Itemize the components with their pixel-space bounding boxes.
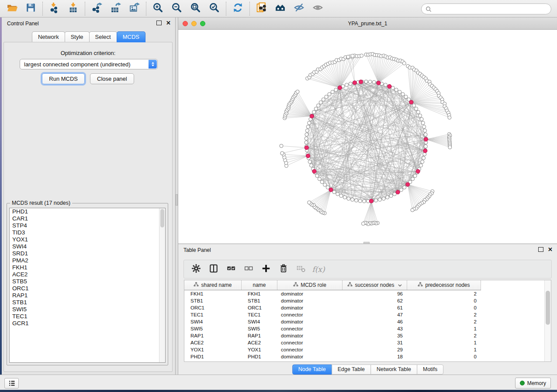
refresh-button[interactable] <box>228 1 247 17</box>
close-panel-icon[interactable]: ✕ <box>166 21 171 25</box>
import-network-button[interactable] <box>45 1 64 17</box>
table-row[interactable]: STB1STB1dominator620 <box>184 297 545 304</box>
add-column-icon <box>261 264 271 275</box>
cell-successor-nodes: 47 <box>343 312 407 317</box>
mcds-result-item[interactable]: FKH1 <box>10 264 165 271</box>
save-session-button[interactable] <box>21 1 40 17</box>
mcds-result-item[interactable]: TID3 <box>10 229 165 236</box>
column-header-shared-name[interactable]: shared name <box>184 280 242 290</box>
cell-shared-name: ORC1 <box>184 305 242 310</box>
optimization-criterion-select[interactable]: largest connected component (undirected) <box>20 59 158 69</box>
run-mcds-button[interactable]: Run MCDS <box>42 73 85 84</box>
network-file-button[interactable] <box>252 1 271 17</box>
control-panel-titlebar: Control Panel ✕ <box>2 17 175 30</box>
import-table-button[interactable] <box>64 1 83 17</box>
sitemap-icon <box>293 282 298 288</box>
cell-successor-nodes: 31 <box>343 340 407 345</box>
gear-button[interactable] <box>188 262 204 277</box>
table-row[interactable]: SWI4SWI4dominator462 <box>184 318 545 325</box>
mcds-result-list[interactable]: PHD1CAR1STP4TID3YOX1SWI4SRD1PMA2FKH1ACE2… <box>9 208 166 363</box>
toolbar-separator <box>249 2 250 16</box>
cell-successor-nodes: 35 <box>343 333 407 338</box>
search-box[interactable] <box>421 3 551 14</box>
float-panel-icon[interactable] <box>156 21 162 25</box>
table-row[interactable]: SWI5SWI5connector431 <box>184 325 545 332</box>
export-table-button[interactable] <box>106 1 125 17</box>
deselect-all-button[interactable] <box>241 262 256 277</box>
zoom-in-button[interactable] <box>149 1 167 17</box>
cell-MCDS-role: dominator <box>277 298 343 303</box>
mcds-result-item[interactable]: RAP1 <box>10 292 165 299</box>
float-table-panel-icon[interactable] <box>538 247 543 252</box>
column-view-button[interactable] <box>206 262 221 277</box>
table-row[interactable]: ORC1ORC1dominator610 <box>184 304 545 311</box>
table-row[interactable]: FKH1FKH1dominator962 <box>184 290 545 297</box>
mcds-result-item[interactable]: STB5 <box>10 278 165 285</box>
mcds-result-item[interactable]: SWI5 <box>10 306 165 313</box>
table-row[interactable]: RAP1RAP1dominator352 <box>184 332 545 339</box>
column-header-successor-nodes[interactable]: successor nodes <box>343 280 407 290</box>
mcds-result-item[interactable]: PHD1 <box>10 208 165 215</box>
close-panel-button[interactable]: Close panel <box>90 73 134 84</box>
table-scrollbar-thumb[interactable] <box>546 291 550 325</box>
mcds-result-item[interactable]: GCR1 <box>10 320 165 327</box>
binoculars-button[interactable] <box>271 1 290 17</box>
cell-name: RAP1 <box>242 333 277 338</box>
select-all-button[interactable] <box>223 262 239 277</box>
mcds-result-item[interactable]: TEC1 <box>10 313 165 320</box>
cell-successor-nodes: 29 <box>343 347 407 352</box>
table-row[interactable]: PHD1PHD1dominator180 <box>184 353 545 360</box>
zoom-selected-button[interactable] <box>205 1 224 17</box>
mcds-result-item[interactable]: ORC1 <box>10 285 165 292</box>
zoom-fit-button[interactable] <box>186 1 205 17</box>
tab-network-table[interactable]: Network Table <box>370 364 417 375</box>
eye-slash-button[interactable] <box>290 1 308 17</box>
search-input[interactable] <box>432 6 547 13</box>
task-history-button[interactable] <box>4 378 19 389</box>
table-row[interactable]: TEC1TEC1connector472 <box>184 311 545 318</box>
tab-edge-table[interactable]: Edge Table <box>332 364 371 375</box>
cell-shared-name: PHD1 <box>184 354 242 359</box>
zoom-out-button[interactable] <box>167 1 186 17</box>
export-network-button[interactable] <box>87 1 106 17</box>
vertical-splitter[interactable] <box>175 17 178 375</box>
delete-column-button[interactable] <box>276 262 291 277</box>
column-header-MCDS-role[interactable]: MCDS role <box>277 280 343 290</box>
mcds-result-item[interactable]: STP4 <box>10 222 165 229</box>
tab-select[interactable]: Select <box>89 31 117 42</box>
mcds-result-item[interactable]: PMA2 <box>10 257 165 264</box>
toolbar-separator <box>226 2 226 16</box>
export-image-button[interactable] <box>125 1 144 17</box>
mcds-result-item[interactable]: ACE2 <box>10 271 165 278</box>
eye-button[interactable] <box>308 1 327 17</box>
open-session-button[interactable] <box>3 1 21 17</box>
table-row[interactable]: YOX1YOX1connector291 <box>184 346 545 353</box>
memory-button[interactable]: Memory <box>515 378 551 389</box>
table-row[interactable]: ACE2ACE2connector311 <box>184 339 545 346</box>
cell-name: TEC1 <box>242 312 277 317</box>
zoom-selected-icon <box>208 2 220 15</box>
table-scrollbar[interactable] <box>544 280 551 361</box>
table-tabs: Node TableEdge TableNetwork TableMotifs <box>292 364 443 375</box>
select-stepper-icon <box>149 60 157 69</box>
tab-network[interactable]: Network <box>32 31 65 42</box>
mcds-result-item[interactable]: CAR1 <box>10 215 165 222</box>
mcds-result-item[interactable]: STB1 <box>10 299 165 306</box>
network-canvas[interactable] <box>178 30 557 244</box>
export-table-icon <box>110 2 121 15</box>
close-table-panel-icon[interactable]: ✕ <box>548 248 553 252</box>
mcds-result-item[interactable]: YOX1 <box>10 236 165 243</box>
tab-style[interactable]: Style <box>65 31 90 42</box>
network-titlebar[interactable]: YPA_prune.txt_1 <box>178 17 557 30</box>
mcds-result-item[interactable]: SRD1 <box>10 250 165 257</box>
tab-mcds[interactable]: MCDS <box>117 31 145 42</box>
add-column-button[interactable] <box>258 262 274 277</box>
mcds-result-item[interactable]: SWI4 <box>10 243 165 250</box>
cell-shared-name: ACE2 <box>184 340 242 345</box>
column-header-name[interactable]: name <box>242 280 277 290</box>
tab-motifs[interactable]: Motifs <box>417 364 443 375</box>
column-header-predecessor-nodes[interactable]: predecessor nodes <box>407 280 481 290</box>
tab-node-table[interactable]: Node Table <box>292 364 332 375</box>
splitter-grip[interactable] <box>176 194 178 206</box>
mcds-list-scrollbar[interactable] <box>159 208 165 362</box>
